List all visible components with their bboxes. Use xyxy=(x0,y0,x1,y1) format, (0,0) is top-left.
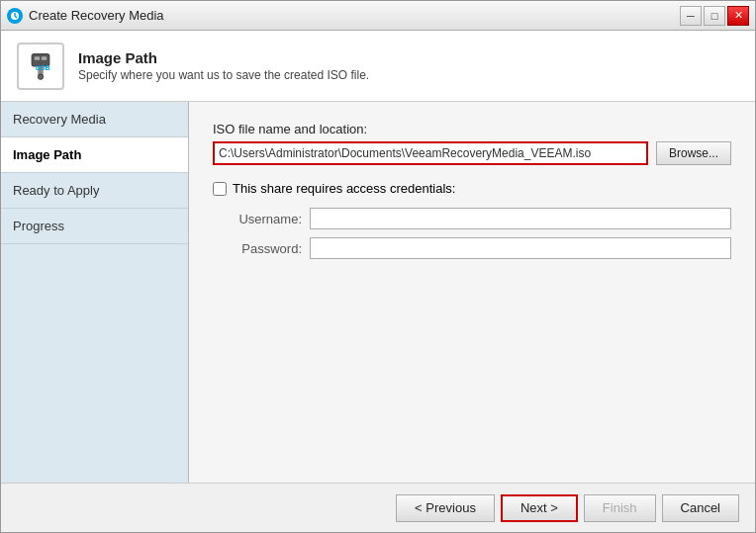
sidebar-item-image-path[interactable]: Image Path xyxy=(1,137,188,173)
username-input[interactable] xyxy=(310,208,731,229)
svg-text:USB: USB xyxy=(36,63,50,71)
main-area: Recovery Media Image Path Ready to Apply… xyxy=(1,102,755,483)
header-subtitle: Specify where you want us to save the cr… xyxy=(78,68,369,82)
share-credentials-label: This share requires access credentials: xyxy=(233,181,455,196)
sidebar: Recovery Media Image Path Ready to Apply… xyxy=(1,102,189,483)
finish-button[interactable]: Finish xyxy=(584,494,656,522)
sidebar-item-ready-to-apply[interactable]: Ready to Apply xyxy=(1,173,188,209)
header-area: USB Image Path Specify where you want us… xyxy=(1,31,755,102)
browse-button[interactable]: Browse... xyxy=(656,141,731,165)
username-row: Username: xyxy=(233,208,731,229)
maximize-button[interactable]: □ xyxy=(704,6,725,26)
iso-input-row: Browse... xyxy=(213,141,731,165)
password-label: Password: xyxy=(233,241,302,256)
previous-button[interactable]: < Previous xyxy=(396,494,495,522)
app-icon xyxy=(7,8,23,24)
svg-rect-2 xyxy=(35,56,40,60)
title-bar-left: Create Recovery Media xyxy=(7,8,164,24)
password-row: Password: xyxy=(233,237,731,259)
header-text: Image Path Specify where you want us to … xyxy=(78,49,369,82)
cancel-button[interactable]: Cancel xyxy=(662,494,739,522)
content-area: ISO file name and location: Browse... Th… xyxy=(189,102,755,483)
iso-label: ISO file name and location: xyxy=(213,122,731,136)
iso-path-input[interactable] xyxy=(213,141,648,165)
close-button[interactable]: ✕ xyxy=(727,6,749,26)
credential-form: Username: Password: xyxy=(233,208,731,259)
username-label: Username: xyxy=(233,212,302,226)
window-title: Create Recovery Media xyxy=(29,8,164,23)
main-window: Create Recovery Media ─ □ ✕ USB Image Pa… xyxy=(0,0,756,533)
footer: < Previous Next > Finish Cancel xyxy=(1,483,755,532)
sidebar-item-recovery-media[interactable]: Recovery Media xyxy=(1,102,188,137)
svg-rect-3 xyxy=(42,56,47,60)
usb-drive-icon: USB xyxy=(17,43,64,90)
share-credentials-checkbox[interactable] xyxy=(213,182,227,196)
next-button[interactable]: Next > xyxy=(501,494,578,522)
password-input[interactable] xyxy=(310,237,731,259)
share-credentials-row: This share requires access credentials: xyxy=(213,181,731,196)
sidebar-item-progress[interactable]: Progress xyxy=(1,209,188,244)
title-bar-controls: ─ □ ✕ xyxy=(680,6,749,26)
minimize-button[interactable]: ─ xyxy=(680,6,702,26)
title-bar: Create Recovery Media ─ □ ✕ xyxy=(1,1,755,31)
svg-point-5 xyxy=(38,74,43,79)
iso-path-group: ISO file name and location: Browse... xyxy=(213,122,731,165)
header-title: Image Path xyxy=(78,49,369,66)
